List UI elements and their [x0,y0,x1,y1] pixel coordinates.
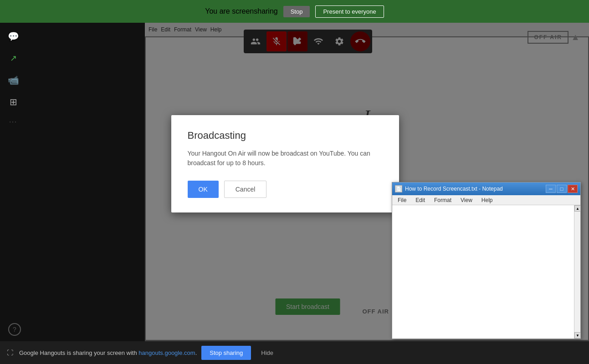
screenshare-bar: You are screensharing Stop Present to ev… [0,0,589,23]
sidebar: 💬 ↗ 📹 ⊞ ... [0,23,26,341]
modal-body: Your Hangout On Air will now be broadcas… [188,149,383,168]
notepad-scrollbar: ▲ ▼ [574,205,580,339]
scrollbar-down-button[interactable]: ▼ [574,332,581,339]
modal-ok-button[interactable]: OK [188,181,219,198]
modal-buttons: OK Cancel [188,181,383,198]
notepad-window: 📄 How to Record Screencast.txt - Notepad… [392,182,581,339]
broadcast-modal: Broadcasting Your Hangout On Air will no… [171,115,399,212]
scrollbar-up-button[interactable]: ▲ [574,205,581,212]
notepad-app-icon: 📄 [395,185,402,192]
bottom-notification-bar: ⛶ Google Hangouts is sharing your screen… [0,341,589,364]
stop-screenshare-button[interactable]: Stop [283,6,310,17]
hangouts-link[interactable]: hangouts.google.com [138,349,195,356]
sidebar-item-grid[interactable]: ⊞ [4,93,22,111]
minimize-button[interactable]: ─ [546,185,556,193]
chat-icon: 💬 [8,31,19,42]
close-button[interactable]: ✕ [568,185,578,193]
sidebar-item-share[interactable]: ↗ [4,49,22,67]
notepad-titlebar: 📄 How to Record Screencast.txt - Notepad… [392,182,580,195]
notepad-title-text: How to Record Screencast.txt - Notepad [405,186,503,192]
notepad-edit-menu[interactable]: Edit [412,196,429,204]
help-icon[interactable]: ? [8,323,21,336]
window-controls: ─ □ ✕ [546,185,578,193]
notepad-content[interactable] [392,205,574,339]
notepad-view-menu[interactable]: View [457,196,476,204]
notepad-menubar: File Edit Format View Help [392,195,580,205]
video-icon: 📹 [8,75,19,86]
modal-cancel-button[interactable]: Cancel [224,181,267,198]
screenshare-message: You are screensharing [205,7,278,15]
notepad-format-menu[interactable]: Format [430,196,455,204]
maximize-button[interactable]: □ [557,185,567,193]
sidebar-more-dots: ... [9,116,17,124]
grid-icon: ⊞ [10,96,17,107]
modal-title: Broadcasting [188,130,383,142]
sidebar-item-video[interactable]: 📹 [4,71,22,89]
share-icon: ↗ [10,53,17,63]
hide-button[interactable]: Hide [256,346,279,360]
notepad-help-menu[interactable]: Help [478,196,497,204]
screenshare-icon: ⛶ [5,348,15,357]
stop-sharing-button[interactable]: Stop sharing [201,346,251,360]
notepad-title-left: 📄 How to Record Screencast.txt - Notepad [395,185,503,192]
notepad-file-menu[interactable]: File [394,196,410,204]
screenshare-text: Google Hangouts is sharing your screen w… [19,349,197,356]
present-to-everyone-button[interactable]: Present to everyone [315,5,384,18]
sidebar-item-chat[interactable]: 💬 [4,27,22,46]
screenshare-notification: ⛶ Google Hangouts is sharing your screen… [0,346,589,360]
